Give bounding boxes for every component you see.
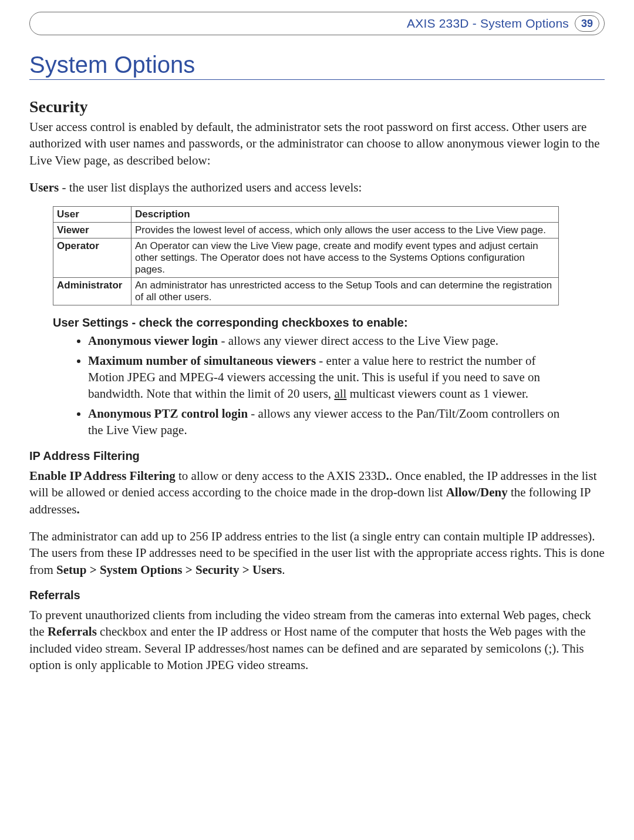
ip-p2-end: . bbox=[282, 563, 285, 577]
ip-filtering-heading: IP Address Filtering bbox=[29, 449, 605, 463]
bullet-underline-all: all bbox=[334, 387, 346, 401]
security-intro: User access control is enabled by defaul… bbox=[29, 119, 605, 169]
desc-cell: An Operator can view the Live View page,… bbox=[131, 238, 559, 278]
setup-path: Setup > System Options > Security > User… bbox=[56, 563, 282, 577]
allow-deny-label: Allow/Deny bbox=[446, 485, 508, 499]
bullet-label: Anonymous viewer login bbox=[88, 334, 218, 348]
ip-p1-dot2: . bbox=[76, 502, 79, 516]
user-cell: Administrator bbox=[53, 278, 131, 305]
ip-p1-a: to allow or deny access to the AXIS 233D bbox=[176, 469, 386, 483]
page-number: 39 bbox=[575, 15, 599, 32]
col-user-header: User bbox=[53, 207, 131, 223]
page-header: AXIS 233D - System Options 39 bbox=[29, 12, 605, 35]
referrals-heading: Referrals bbox=[29, 589, 605, 602]
bullet-label: Maximum number of simultaneous viewers bbox=[88, 354, 316, 368]
list-item: Anonymous PTZ control login - allows any… bbox=[88, 406, 569, 439]
user-cell: Viewer bbox=[53, 223, 131, 238]
users-table: User Description Viewer Provides the low… bbox=[53, 206, 559, 305]
referrals-p: To prevent unauthorized clients from inc… bbox=[29, 607, 605, 673]
users-label: Users bbox=[29, 180, 59, 194]
title-rule bbox=[29, 79, 605, 80]
ip-filtering-p1: Enable IP Address Filtering to allow or … bbox=[29, 468, 605, 518]
col-desc-header: Description bbox=[131, 207, 559, 223]
bullet-text: - allows any viewer direct access to the… bbox=[218, 334, 498, 348]
users-line: Users - the user list displays the autho… bbox=[29, 179, 605, 196]
security-heading: Security bbox=[29, 98, 605, 116]
desc-cell: Provides the lowest level of access, whi… bbox=[131, 223, 559, 238]
table-row: Administrator An administrator has unres… bbox=[53, 278, 559, 305]
user-settings-heading: User Settings - check the corresponding … bbox=[53, 316, 605, 330]
bullet-label: Anonymous PTZ control login bbox=[88, 406, 248, 421]
ip-filtering-p2: The administrator can add up to 256 IP a… bbox=[29, 528, 605, 578]
user-settings-list: Anonymous viewer login - allows any view… bbox=[76, 333, 569, 439]
list-item: Maximum number of simultaneous viewers -… bbox=[88, 353, 569, 402]
table-header-row: User Description bbox=[53, 207, 559, 223]
list-item: Anonymous viewer login - allows any view… bbox=[88, 333, 569, 350]
referrals-b: checkbox and enter the IP address or Hos… bbox=[29, 624, 586, 672]
page-title: System Options bbox=[29, 52, 605, 78]
header-product-section: AXIS 233D - System Options bbox=[407, 16, 569, 31]
user-cell: Operator bbox=[53, 238, 131, 278]
table-row: Viewer Provides the lowest level of acce… bbox=[53, 223, 559, 238]
page-root: AXIS 233D - System Options 39 System Opt… bbox=[0, 0, 634, 707]
users-desc: - the user list displays the authorized … bbox=[59, 180, 362, 194]
bullet-text: multicast viewers count as 1 viewer. bbox=[346, 387, 528, 401]
referrals-label: Referrals bbox=[48, 624, 97, 639]
enable-ip-label: Enable IP Address Filtering bbox=[29, 469, 176, 483]
desc-cell: An administrator has unrestricted access… bbox=[131, 278, 559, 305]
table-row: Operator An Operator can view the Live V… bbox=[53, 238, 559, 278]
